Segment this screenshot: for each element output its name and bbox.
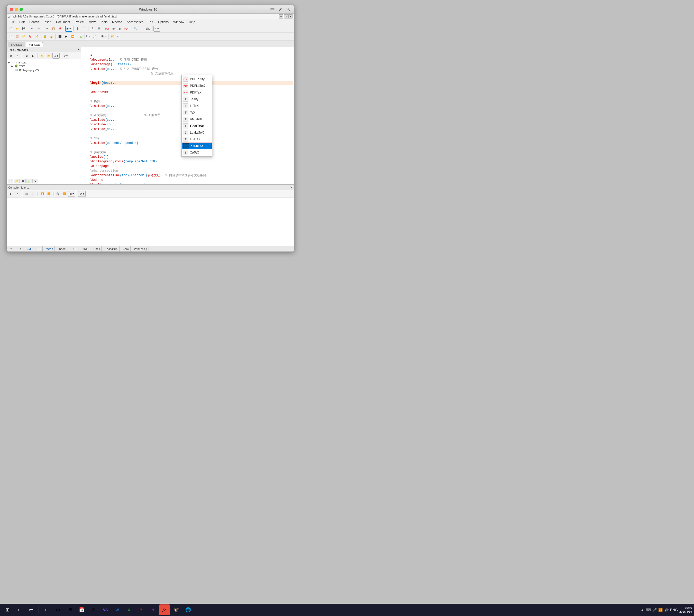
console-close-icon[interactable]: ✕ <box>290 186 293 189</box>
save-btn[interactable]: 💾 <box>21 26 27 32</box>
sf-btn5[interactable]: ✕ <box>32 179 38 183</box>
search-find-btn[interactable]: 🔍 <box>132 26 138 32</box>
dropdown-pdftexify[interactable]: PDF PDFTeXify <box>182 76 212 82</box>
dropdown-amstex[interactable]: T AMSTeX <box>182 116 212 123</box>
tb2-6[interactable]: 🔒 <box>42 34 48 39</box>
console-more[interactable]: ⚙ ▾ <box>78 191 86 197</box>
tb2-3[interactable]: 📁 <box>21 34 27 39</box>
tb2-4[interactable]: 🔖 <box>27 34 33 39</box>
st-prev[interactable]: ◀ <box>23 53 30 59</box>
mic-icon[interactable]: 🎤 <box>278 7 283 12</box>
italic-btn[interactable]: I <box>81 26 87 32</box>
console-btn4[interactable]: ⏭ <box>30 191 36 197</box>
tree-item-main[interactable]: ▶ 📄 main.tex <box>8 60 80 64</box>
layout-dropdown[interactable]: ⊞ ▾ <box>100 34 107 39</box>
dropdown-xelatex[interactable]: T XeLaTeX <box>182 143 212 149</box>
tb2-13[interactable]: 📂 <box>109 34 116 39</box>
close-light[interactable] <box>10 8 13 11</box>
menu-view[interactable]: View <box>87 20 98 24</box>
dropdown-tex[interactable]: T TeX <box>182 109 212 116</box>
dropdown-context[interactable]: T ConTeXt <box>182 123 212 129</box>
paste-btn[interactable]: 📌 <box>57 26 63 32</box>
view-dropdown[interactable]: Σ ▾ <box>85 34 91 39</box>
menu-document[interactable]: Document <box>54 20 72 24</box>
ps-btn[interactable]: ps <box>117 26 123 32</box>
tb2-1[interactable]: 📄 <box>8 34 14 39</box>
st-config[interactable]: ⚙ <box>8 53 14 59</box>
menu-help[interactable]: Help <box>187 20 197 24</box>
dvi-btn[interactable]: dvi <box>111 26 117 32</box>
pdf-btn[interactable]: PDF <box>104 26 111 32</box>
menu-edit[interactable]: Edit <box>17 20 27 24</box>
console-btn7[interactable]: 🔍 <box>55 191 61 197</box>
menu-macros[interactable]: Macros <box>110 20 124 24</box>
sidebar-close-icon[interactable]: ✕ <box>77 48 79 51</box>
menu-tools[interactable]: Tools <box>98 20 109 24</box>
sf-btn1[interactable]: 📄 <box>8 179 13 183</box>
new-btn[interactable]: 📄 <box>8 26 14 32</box>
dropdown-lualatex[interactable]: L LuaLaTeX <box>182 129 212 136</box>
menu-file[interactable]: File <box>8 20 17 24</box>
win-maximize[interactable]: □ <box>284 14 288 18</box>
menu-tex[interactable]: TeX <box>146 20 156 24</box>
menu-project[interactable]: Project <box>73 20 86 24</box>
search-icon[interactable]: 🔍 <box>285 7 291 12</box>
tb2-5[interactable]: 📝 <box>33 34 40 39</box>
undo-btn[interactable]: ↩ <box>29 26 35 32</box>
tb2-8[interactable]: ⬛ <box>57 34 63 39</box>
tb2-12[interactable]: 📈 <box>92 34 98 39</box>
tb2-11[interactable]: 📊 <box>78 34 84 39</box>
menu-search[interactable]: Search <box>27 20 41 24</box>
bold-btn[interactable]: B <box>75 26 81 32</box>
console-btn3[interactable]: ⏮ <box>23 191 30 197</box>
sf-btn4[interactable]: 📊 <box>26 179 32 183</box>
menu-window[interactable]: Window <box>171 20 186 24</box>
replace-btn[interactable]: ↔ <box>139 26 145 32</box>
tb2-10[interactable]: ⏩ <box>70 34 76 39</box>
tree-item-bib[interactable]: 📖 Bibliography (2) <box>8 68 80 72</box>
dropdown-texify[interactable]: T TeXify <box>182 96 212 102</box>
st-more[interactable]: ⊞ ▾ <box>52 53 60 59</box>
dropdown-xetex[interactable]: T XeTeX <box>182 149 212 156</box>
sf-btn2[interactable]: 📁 <box>14 179 20 183</box>
tree-item-toc[interactable]: ▶ 🌳 TOC <box>8 64 80 68</box>
dropdown-pdftex[interactable]: PDF PDFTeX <box>182 89 212 96</box>
console-btn6[interactable]: ⏬ <box>46 191 52 197</box>
st-collapse[interactable]: 📂 <box>46 53 52 59</box>
spell-btn[interactable]: abc <box>145 26 151 32</box>
tab-main[interactable]: main.tex <box>26 42 43 47</box>
tb2-2[interactable]: 📋 <box>14 34 20 39</box>
cut-btn[interactable]: ✂ <box>44 26 50 32</box>
console-btn5[interactable]: ⏫ <box>39 191 45 197</box>
tb2-7[interactable]: 🔓 <box>48 34 54 39</box>
open-btn[interactable]: 📂 <box>14 26 20 32</box>
dropdown-luatex[interactable]: T LuaTeX <box>182 136 212 143</box>
more-dropdown[interactable]: ▾ <box>116 34 120 39</box>
menu-options[interactable]: Options <box>156 20 171 24</box>
redo-btn[interactable]: ↪ <box>35 26 42 32</box>
tab-ch03[interactable]: ch03.tex <box>8 42 25 47</box>
menu-accessories[interactable]: Accessories <box>125 20 145 24</box>
dropdown-latex[interactable]: L LaTeX <box>182 102 212 109</box>
dropdown-pdflatex[interactable]: PDF PDFLaTeX <box>182 82 212 89</box>
kb-icon[interactable]: ⌨ <box>269 7 276 12</box>
sf-btn3[interactable]: ⚙ <box>20 179 26 183</box>
pdf2-btn[interactable]: PDF <box>124 26 130 32</box>
st-options[interactable]: ⚙ ▾ <box>62 53 69 59</box>
console-btn1[interactable]: ▶ <box>8 191 14 197</box>
font-m-btn[interactable]: M <box>96 26 102 32</box>
menu-insert[interactable]: Insert <box>42 20 53 24</box>
console-btn2[interactable]: ✕ <box>14 191 21 197</box>
format-dropdown[interactable]: ≡ ▾ <box>153 26 160 32</box>
win-minimize[interactable]: — <box>279 14 283 18</box>
st-next[interactable]: ▶ <box>30 53 36 59</box>
font-btn[interactable]: F <box>89 26 96 32</box>
st-close[interactable]: ✕ <box>14 53 21 59</box>
minimize-light[interactable] <box>15 8 18 11</box>
console-dropdown[interactable]: ⊞ ▾ <box>68 191 75 197</box>
compile-dropdown[interactable]: ▶ ▾ <box>65 26 72 32</box>
copy-btn[interactable]: 📋 <box>50 26 57 32</box>
win-close[interactable]: ✕ <box>288 14 293 18</box>
tb2-9[interactable]: ▶ <box>63 34 69 39</box>
st-expand[interactable]: 📁 <box>39 53 45 59</box>
